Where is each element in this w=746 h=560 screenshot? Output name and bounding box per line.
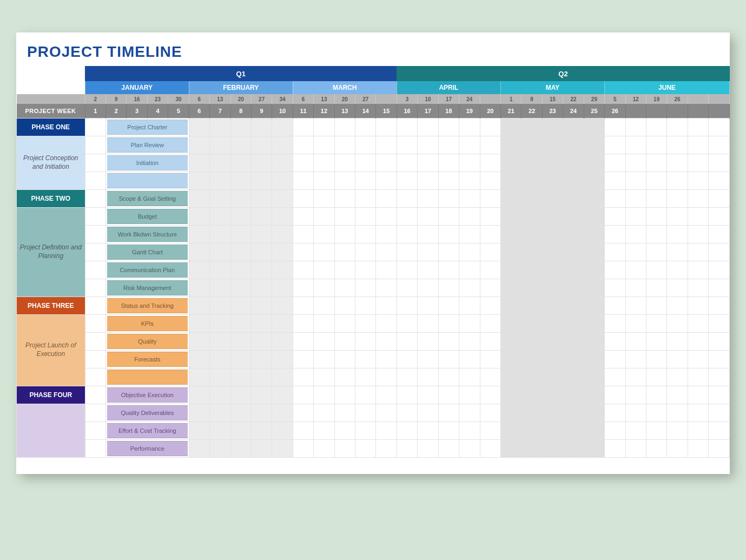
grid-cell[interactable]	[210, 136, 230, 154]
grid-cell[interactable]	[418, 439, 438, 457]
grid-cell[interactable]	[688, 261, 708, 279]
grid-cell[interactable]	[667, 154, 688, 172]
grid-cell[interactable]	[251, 243, 272, 261]
grid-cell[interactable]	[459, 368, 480, 386]
grid-cell[interactable]	[459, 439, 480, 457]
grid-cell[interactable]	[334, 154, 355, 172]
grid-cell[interactable]	[501, 172, 521, 189]
grid-cell[interactable]	[542, 297, 563, 314]
grid-cell[interactable]	[709, 368, 730, 386]
grid-cell[interactable]	[688, 225, 708, 243]
grid-cell[interactable]	[230, 386, 251, 404]
grid-cell[interactable]	[646, 172, 666, 189]
grid-cell[interactable]	[646, 261, 666, 279]
grid-cell[interactable]	[85, 154, 105, 172]
grid-cell[interactable]	[646, 297, 666, 314]
grid-cell[interactable]	[563, 172, 584, 189]
grid-cell[interactable]	[667, 189, 688, 207]
grid-cell[interactable]	[501, 279, 521, 297]
grid-cell[interactable]	[438, 404, 459, 421]
grid-cell[interactable]	[334, 332, 355, 350]
grid-cell[interactable]	[605, 279, 625, 297]
grid-cell[interactable]	[605, 243, 625, 261]
grid-cell[interactable]	[542, 421, 563, 439]
grid-cell[interactable]	[521, 207, 542, 225]
grid-cell[interactable]	[667, 404, 688, 421]
grid-cell[interactable]	[272, 439, 293, 457]
grid-cell[interactable]	[480, 136, 500, 154]
grid-cell[interactable]	[293, 439, 313, 457]
grid-cell[interactable]	[688, 189, 708, 207]
grid-cell[interactable]	[85, 386, 105, 404]
grid-cell[interactable]	[521, 118, 542, 136]
grid-cell[interactable]	[251, 118, 272, 136]
grid-cell[interactable]	[397, 225, 417, 243]
grid-cell[interactable]	[251, 386, 272, 404]
grid-cell[interactable]	[397, 118, 417, 136]
grid-cell[interactable]	[272, 297, 293, 314]
grid-cell[interactable]	[210, 172, 230, 189]
grid-cell[interactable]	[314, 404, 334, 421]
grid-cell[interactable]	[563, 207, 584, 225]
grid-cell[interactable]	[397, 350, 417, 368]
grid-cell[interactable]	[210, 207, 230, 225]
grid-cell[interactable]	[646, 332, 666, 350]
grid-cell[interactable]	[355, 207, 376, 225]
grid-cell[interactable]	[542, 207, 563, 225]
grid-cell[interactable]	[667, 332, 688, 350]
grid-cell[interactable]	[355, 172, 376, 189]
grid-cell[interactable]	[563, 404, 584, 421]
grid-cell[interactable]	[418, 261, 438, 279]
grid-cell[interactable]	[272, 118, 293, 136]
grid-cell[interactable]	[314, 439, 334, 457]
grid-cell[interactable]	[625, 368, 646, 386]
grid-cell[interactable]	[501, 439, 521, 457]
grid-cell[interactable]	[667, 439, 688, 457]
grid-cell[interactable]	[667, 225, 688, 243]
grid-cell[interactable]	[667, 350, 688, 368]
grid-cell[interactable]	[667, 207, 688, 225]
grid-cell[interactable]	[605, 225, 625, 243]
grid-cell[interactable]	[272, 279, 293, 297]
grid-cell[interactable]	[438, 172, 459, 189]
grid-cell[interactable]	[334, 172, 355, 189]
grid-cell[interactable]	[376, 350, 397, 368]
grid-cell[interactable]	[459, 207, 480, 225]
grid-cell[interactable]	[605, 404, 625, 421]
grid-cell[interactable]	[709, 350, 730, 368]
grid-cell[interactable]	[584, 332, 604, 350]
grid-cell[interactable]	[563, 279, 584, 297]
grid-cell[interactable]	[646, 439, 666, 457]
grid-cell[interactable]	[334, 279, 355, 297]
grid-cell[interactable]	[210, 332, 230, 350]
grid-cell[interactable]	[85, 207, 105, 225]
grid-cell[interactable]	[314, 154, 334, 172]
grid-cell[interactable]	[501, 421, 521, 439]
grid-cell[interactable]	[251, 332, 272, 350]
grid-cell[interactable]	[272, 421, 293, 439]
grid-cell[interactable]	[85, 225, 105, 243]
grid-cell[interactable]	[709, 404, 730, 421]
grid-cell[interactable]	[438, 439, 459, 457]
grid-cell[interactable]	[646, 279, 666, 297]
grid-cell[interactable]	[709, 332, 730, 350]
grid-cell[interactable]	[230, 439, 251, 457]
grid-cell[interactable]	[646, 404, 666, 421]
grid-cell[interactable]	[376, 368, 397, 386]
grid-cell[interactable]	[709, 279, 730, 297]
grid-cell[interactable]	[418, 421, 438, 439]
grid-cell[interactable]	[355, 279, 376, 297]
grid-cell[interactable]	[376, 136, 397, 154]
grid-cell[interactable]	[189, 297, 209, 314]
grid-cell[interactable]	[189, 243, 209, 261]
task-bar[interactable]: Risk Management	[106, 279, 189, 297]
grid-cell[interactable]	[376, 154, 397, 172]
grid-cell[interactable]	[293, 207, 313, 225]
grid-cell[interactable]	[501, 297, 521, 314]
grid-cell[interactable]	[584, 172, 604, 189]
grid-cell[interactable]	[230, 350, 251, 368]
grid-cell[interactable]	[251, 314, 272, 332]
grid-cell[interactable]	[688, 279, 708, 297]
task-bar[interactable]: Gantt Chart	[106, 243, 189, 261]
grid-cell[interactable]	[376, 172, 397, 189]
